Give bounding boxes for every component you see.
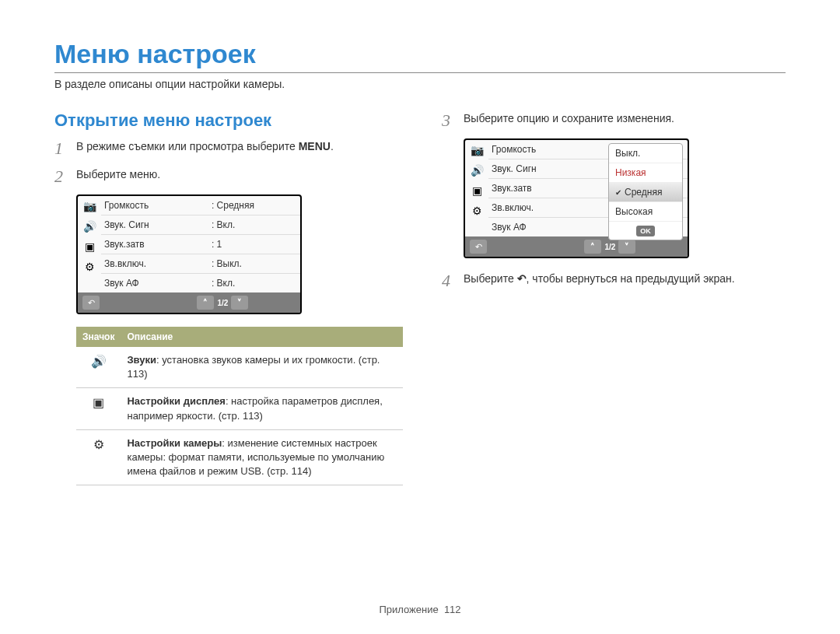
option-high[interactable]: Высокая bbox=[609, 202, 682, 222]
menu-row[interactable]: Зв.включ. : Выкл. bbox=[101, 254, 300, 274]
step-2: 2 Выберите меню. bbox=[54, 166, 403, 185]
page-indicator: 1/2 bbox=[604, 243, 615, 251]
step-3: 3 Выберите опцию и сохраните изменения. bbox=[442, 110, 786, 129]
step-number: 1 bbox=[54, 138, 68, 157]
option-low[interactable]: Низкая bbox=[609, 163, 682, 183]
menu-row[interactable]: Звук.затв : 1 bbox=[101, 235, 300, 254]
desc-bold: Звуки bbox=[127, 354, 156, 366]
camera-tab-icons: 📷 🔊 ▣ ⚙ bbox=[465, 140, 488, 236]
menu-row[interactable]: Громкость : Средняя bbox=[101, 196, 300, 215]
page-indicator: 1/2 bbox=[217, 299, 228, 307]
menu-glyph: MENU bbox=[299, 138, 331, 155]
page-down-button[interactable]: ˅ bbox=[231, 296, 248, 310]
table-row: ⚙ Настройки камеры: изменение системных … bbox=[76, 429, 403, 485]
menu-row-label: Звук АФ bbox=[104, 278, 212, 289]
gear-icon: ⚙ bbox=[76, 429, 121, 485]
step-text: Выберите ↶, чтобы вернуться на предыдущи… bbox=[464, 271, 786, 287]
section-heading: Открытие меню настроек bbox=[54, 110, 403, 131]
step-1: 1 В режиме съемки или просмотра выберите… bbox=[54, 138, 403, 157]
table-head-desc: Описание bbox=[121, 327, 403, 347]
menu-row-label: Зв.включ. bbox=[104, 258, 212, 269]
menu-row-value: : 1 bbox=[212, 239, 294, 250]
camera-menu-list: Громкость : Средняя Звук. Сигн : Вкл. Зв… bbox=[101, 196, 300, 292]
table-cell-desc: Звуки: установка звуков камеры и их гром… bbox=[121, 347, 403, 388]
menu-row-label: Громкость bbox=[104, 200, 212, 211]
option-ok[interactable]: OK bbox=[609, 222, 682, 240]
back-button[interactable]: ↶ bbox=[82, 296, 100, 310]
camera-menu-screenshot-2: 📷 🔊 ▣ ⚙ Громкость Звук. Сигн Звук.затв З… bbox=[464, 138, 689, 258]
menu-row-label: Звук. Сигн bbox=[104, 219, 212, 230]
step-4: 4 Выберите ↶, чтобы вернуться на предыду… bbox=[442, 271, 786, 289]
option-mid-selected[interactable]: Средняя bbox=[609, 183, 682, 202]
sound-icon[interactable]: 🔊 bbox=[82, 219, 97, 233]
step-text: Выберите меню. bbox=[76, 166, 403, 183]
camera-tab-icons: 📷 🔊 ▣ ⚙ bbox=[78, 196, 101, 292]
camera-footer: ↶ ˄ 1/2 ˅ bbox=[78, 292, 300, 313]
step4-post: , чтобы вернуться на предыдущий экран. bbox=[527, 272, 735, 285]
step-number: 2 bbox=[54, 166, 68, 185]
gear-icon[interactable]: ⚙ bbox=[469, 204, 485, 218]
table-row: ▣ Настройки дисплея: настройка параметро… bbox=[76, 388, 403, 429]
icon-description-table: Значок Описание 🔊 Звуки: установка звуко… bbox=[76, 327, 403, 485]
step-text: В режиме съемки или просмотра выберите M… bbox=[76, 138, 403, 155]
menu-row-value: : Вкл. bbox=[212, 278, 294, 289]
back-button[interactable]: ↶ bbox=[470, 240, 487, 254]
footer-section: Приложение bbox=[379, 604, 438, 615]
step4-pre: Выберите bbox=[464, 272, 517, 285]
step-number: 3 bbox=[442, 110, 456, 129]
sound-icon[interactable]: 🔊 bbox=[469, 163, 485, 177]
step-number: 4 bbox=[442, 271, 456, 289]
option-off[interactable]: Выкл. bbox=[609, 144, 682, 163]
page-title: Меню настроек bbox=[54, 39, 786, 69]
step1-pre: В режиме съемки или просмотра выберите bbox=[76, 140, 299, 152]
return-icon: ↶ bbox=[517, 271, 527, 287]
page-subtitle: В разделе описаны опции настройки камеры… bbox=[54, 78, 786, 90]
display-icon[interactable]: ▣ bbox=[469, 184, 485, 198]
step1-post: . bbox=[331, 140, 334, 152]
sound-icon: 🔊 bbox=[76, 347, 121, 388]
page-up-button[interactable]: ˄ bbox=[197, 296, 214, 310]
display-icon: ▣ bbox=[76, 388, 121, 429]
ok-badge: OK bbox=[636, 226, 655, 236]
table-head-icon: Значок bbox=[76, 327, 121, 347]
page-up-button[interactable]: ˄ bbox=[584, 240, 601, 254]
step-text: Выберите опцию и сохраните изменения. bbox=[464, 110, 786, 127]
desc-bold: Настройки камеры bbox=[127, 437, 222, 449]
menu-row-label: Звук.затв bbox=[104, 239, 212, 250]
left-column: Открытие меню настроек 1 В режиме съемки… bbox=[54, 110, 403, 485]
menu-row-value: : Средняя bbox=[212, 200, 294, 211]
page-footer: Приложение 112 bbox=[0, 604, 840, 615]
title-underline bbox=[54, 72, 786, 73]
menu-row[interactable]: Звук АФ : Вкл. bbox=[101, 274, 300, 292]
desc-bold: Настройки дисплея bbox=[127, 395, 225, 407]
menu-row[interactable]: Звук. Сигн : Вкл. bbox=[101, 215, 300, 235]
footer-page-number: 112 bbox=[444, 604, 461, 615]
camera-menu-screenshot-1: 📷 🔊 ▣ ⚙ Громкость : Средняя Звук. Сигн :… bbox=[76, 194, 302, 314]
camera-icon[interactable]: 📷 bbox=[82, 199, 97, 213]
menu-row-value: : Вкл. bbox=[212, 219, 294, 230]
desc-rest: : установка звуков камеры и их громкости… bbox=[127, 354, 380, 380]
gear-icon[interactable]: ⚙ bbox=[82, 260, 97, 274]
page-down-button[interactable]: ˅ bbox=[618, 240, 635, 254]
camera-icon[interactable]: 📷 bbox=[469, 143, 485, 157]
table-row: 🔊 Звуки: установка звуков камеры и их гр… bbox=[76, 347, 403, 388]
right-column: 3 Выберите опцию и сохраните изменения. … bbox=[442, 110, 786, 485]
menu-row-value: : Выкл. bbox=[212, 258, 294, 269]
table-cell-desc: Настройки дисплея: настройка параметров … bbox=[121, 388, 403, 429]
table-cell-desc: Настройки камеры: изменение системных на… bbox=[121, 429, 403, 485]
volume-option-popup: Выкл. Низкая Средняя Высокая OK bbox=[608, 143, 683, 240]
display-icon[interactable]: ▣ bbox=[82, 240, 97, 254]
